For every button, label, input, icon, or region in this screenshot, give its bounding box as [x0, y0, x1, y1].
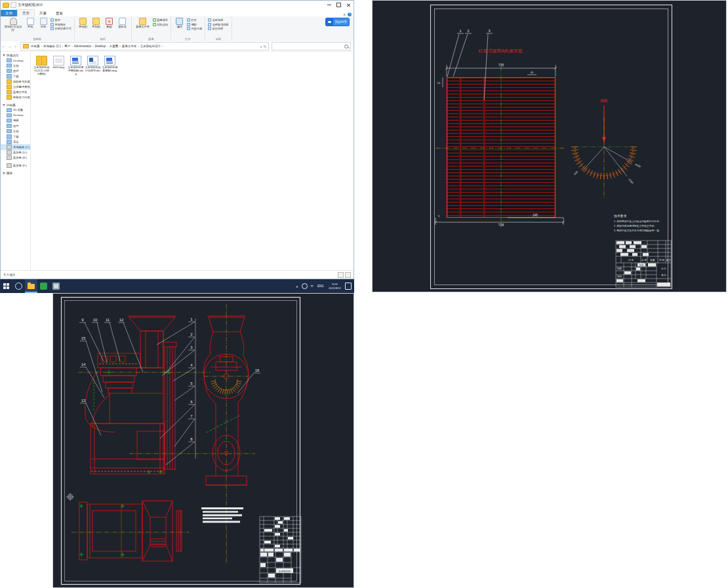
svg-text:共 张: 共 张: [661, 267, 666, 270]
breadcrumb-segment[interactable]: 新建文件夹: [121, 45, 140, 48]
svg-text:制图: 制图: [617, 267, 622, 270]
breadcrumb[interactable]: 此电脑 本地磁盘 (C:) 用户 Administrator Desktop 九…: [20, 42, 269, 50]
file-item[interactable]: 玉米脱粒机设计(论文+DWG图纸): [33, 56, 50, 75]
sidebar-item-downloads[interactable]: 下载: [1, 73, 30, 79]
copy-button[interactable]: 复制: [24, 18, 36, 29]
hidden-icons-chevron[interactable]: ∧: [294, 284, 300, 288]
paste-shortcut-button[interactable]: 粘贴快捷方式: [51, 27, 71, 30]
taskbar-clock[interactable]: 9:23 2021/8/12: [326, 283, 344, 290]
open-button[interactable]: 打开: [187, 18, 202, 22]
tab-file[interactable]: 文件: [1, 10, 17, 16]
breadcrumb-segment[interactable]: 九素圈: [109, 45, 121, 48]
breadcrumb-segment[interactable]: 用户: [64, 45, 73, 48]
file-explorer-taskbar-button[interactable]: [25, 279, 37, 293]
green-app-taskbar-button[interactable]: [37, 279, 50, 293]
sidebar-item-desktop[interactable]: Desktop: [1, 58, 30, 63]
downloads-icon: [7, 74, 12, 79]
sidebar-item-music[interactable]: 音乐: [1, 139, 30, 144]
easy-access-button[interactable]: 轻松访问: [153, 23, 168, 26]
sidebar-item-volume-d[interactable]: 新加卷 (D:): [1, 150, 30, 155]
file-item[interactable]: 玉米脱粒机装配图A0.dwg: [102, 56, 118, 73]
zip-file-icon: [36, 56, 47, 66]
invert-selection-button[interactable]: 反向选择: [208, 27, 229, 30]
refresh-icon[interactable]: ↻: [264, 45, 266, 49]
select-none-button[interactable]: 全部取消选择: [208, 23, 229, 26]
drive-icon: [7, 150, 12, 155]
drive-icon: [7, 155, 12, 160]
drive-icon: [7, 145, 12, 149]
back-icon[interactable]: ←: [1, 45, 7, 49]
easy-access-icon: [153, 23, 156, 26]
ime-indicator[interactable]: 中: [309, 284, 316, 288]
file-list-area[interactable]: 玉米脱粒机设计(论文+DWG图纸) 0001.bmp 玉米脱粒机零件图纸A0.d…: [31, 51, 354, 272]
breadcrumb-segment[interactable]: Desktop: [94, 45, 109, 48]
sidebar-item-downloads[interactable]: 下载: [1, 134, 30, 139]
forward-icon[interactable]: →: [7, 45, 12, 49]
rename-button[interactable]: 重命名: [117, 18, 129, 29]
search-input[interactable]: [272, 43, 344, 49]
cut-button[interactable]: 剪切: [51, 18, 71, 22]
thumbnail-view-icon[interactable]: [345, 272, 351, 278]
breadcrumb-segment[interactable]: 此电脑: [30, 45, 43, 48]
file-item[interactable]: 玉米脱粒机零件图纸A0.dwg: [68, 56, 84, 75]
sidebar-item-3d-objects[interactable]: 3D 对象: [1, 108, 30, 113]
sidebar-item-pictures[interactable]: 图片: [1, 68, 30, 73]
action-center-icon[interactable]: [345, 283, 352, 290]
quick-access-header[interactable]: 快速访问: [1, 53, 30, 58]
close-button[interactable]: [344, 1, 354, 9]
sidebar-item-volume-f[interactable]: 新加卷 (F:): [1, 163, 30, 168]
paste-button[interactable]: 粘贴: [37, 18, 49, 29]
maximize-button[interactable]: [334, 1, 344, 9]
quick-access-toolbar-icon[interactable]: [10, 2, 16, 8]
select-all-button[interactable]: 全部选择: [208, 18, 229, 22]
sidebar-item-documents[interactable]: 文档: [1, 128, 30, 134]
balloon-15: 15: [81, 336, 86, 340]
up-icon[interactable]: ↑: [12, 45, 18, 49]
this-pc-header[interactable]: 此电脑: [1, 103, 30, 108]
history-button[interactable]: 历史记录: [187, 27, 202, 30]
new-item-button[interactable]: 新建项目: [153, 18, 168, 22]
edit-button[interactable]: 编辑: [187, 23, 202, 26]
sidebar-item-folder[interactable]: 分类整理界面设计: [1, 84, 30, 89]
file-item[interactable]: 玉米脱粒机设计说明书.doc: [85, 56, 101, 73]
leader-1: 1: [459, 29, 461, 33]
delete-button[interactable]: 删除: [104, 18, 115, 29]
sidebar-item-volume-e[interactable]: 新加卷 (E:): [1, 155, 30, 161]
address-dropdown-icon[interactable]: ∨: [260, 45, 262, 49]
minimize-button[interactable]: [324, 1, 334, 9]
breadcrumb-segment[interactable]: 玉米脱粒机设计: [140, 45, 164, 48]
sidebar-item-pictures[interactable]: 图片: [1, 123, 30, 128]
sidebar-item-folder[interactable]: 新建文件夹: [1, 90, 30, 95]
details-view-icon[interactable]: [338, 272, 344, 278]
breadcrumb-segment[interactable]: 本地磁盘 (C:): [43, 45, 64, 48]
cortana-search-button[interactable]: [12, 279, 25, 293]
language-indicator[interactable]: ENG: [315, 284, 326, 288]
breadcrumb-segment[interactable]: Administrator: [73, 45, 94, 48]
tab-share[interactable]: 共享: [35, 10, 51, 16]
title-bar[interactable]: 玉米脱粒机设计: [1, 1, 354, 9]
sidebar-item-documents[interactable]: 文档: [1, 63, 30, 68]
sidebar-item-folder[interactable]: 智能排刀已有代码: [1, 95, 30, 100]
tab-home[interactable]: 主页: [17, 9, 35, 16]
copy-to-button[interactable]: 复制到: [91, 18, 102, 29]
new-folder-button[interactable]: 新建文件夹: [134, 18, 152, 29]
properties-button[interactable]: 属性: [174, 18, 186, 29]
search-box[interactable]: [272, 42, 351, 50]
move-to-button[interactable]: 移动到: [77, 18, 89, 29]
copy-path-button[interactable]: 复制路径: [51, 23, 71, 26]
start-button[interactable]: [0, 279, 12, 293]
sidebar-item-desktop[interactable]: Desktop: [1, 113, 30, 118]
sidebar-item-videos[interactable]: 视频: [1, 118, 30, 123]
cloud-sync-button[interactable]: 同步助手: [325, 18, 350, 26]
sidebar-item-local-disk-c[interactable]: 本地磁盘 (C:): [1, 144, 30, 149]
network-tray-icon[interactable]: [302, 283, 308, 289]
tab-view[interactable]: 查看: [51, 10, 68, 16]
delete-icon: [106, 18, 113, 25]
file-item[interactable]: 0001.bmp: [51, 56, 67, 69]
highlighted-note-bars: [201, 507, 243, 523]
sidebar-item-folder[interactable]: 典型单号和高效资料: [1, 79, 30, 84]
pin-to-quick-access-button[interactable]: 固定到"快速访问": [3, 18, 23, 32]
network-header[interactable]: 网络: [1, 171, 30, 176]
cad-app-taskbar-button[interactable]: [50, 279, 62, 293]
crosshair-cursor[interactable]: [66, 493, 74, 501]
